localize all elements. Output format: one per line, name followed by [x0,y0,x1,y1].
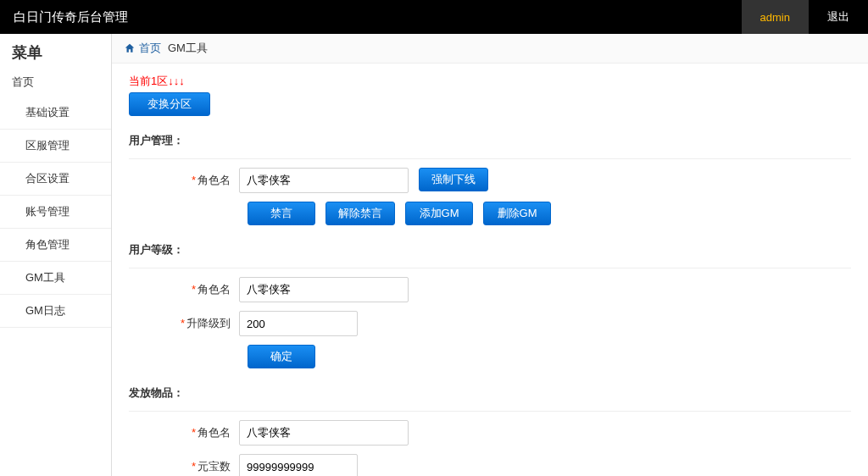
section-user-manage: 用户管理： *角色名 强制下线 禁言 解除禁言 添加GM 删除GM [129,133,851,225]
section-user-level-legend: 用户等级： [129,242,851,257]
ban-button[interactable]: 禁言 [248,202,315,225]
zone-notice: 当前1区↓↓↓ [129,74,851,89]
sidebar: 菜单 首页 基础设置 区服管理 合区设置 账号管理 角色管理 GM工具 GM日志 [0,34,112,476]
sidebar-item-account-manage[interactable]: 账号管理 [0,196,111,229]
admin-link[interactable]: admin [742,0,809,34]
ul-level-label: 升降级到 [186,317,231,329]
logout-link[interactable]: 退出 [809,0,868,34]
section-user-level: 用户等级： *角色名 *升降级到 确定 [129,242,851,368]
ul-role-input[interactable] [239,277,409,302]
breadcrumb-home-label: 首页 [139,41,161,56]
section-user-manage-legend: 用户管理： [129,133,851,148]
sidebar-item-gm-tools[interactable]: GM工具 [0,262,111,295]
home-icon [124,42,136,54]
si-yuanbao-input[interactable] [239,454,358,476]
unban-button[interactable]: 解除禁言 [326,202,395,225]
app-title: 白日门传奇后台管理 [14,9,742,25]
sidebar-title: 菜单 [0,34,111,68]
divider [129,268,851,268]
si-role-input[interactable] [239,420,409,446]
add-gm-button[interactable]: 添加GM [405,202,473,225]
ul-level-input[interactable] [239,311,358,336]
confirm-level-button[interactable]: 确定 [248,345,315,368]
um-role-input[interactable] [239,168,409,193]
sidebar-item-gm-logs[interactable]: GM日志 [0,295,111,328]
section-send-item-legend: 发放物品： [129,385,851,401]
sidebar-item-zone-manage[interactable]: 区服管理 [0,130,111,163]
um-role-label: 角色名 [198,174,231,186]
breadcrumb-current: GM工具 [168,41,208,56]
sidebar-root-home[interactable]: 首页 [0,68,111,97]
remove-gm-button[interactable]: 删除GM [483,202,551,225]
divider [129,411,851,412]
breadcrumb-home-link[interactable]: 首页 [124,41,161,56]
divider [129,158,851,159]
sidebar-item-role-manage[interactable]: 角色管理 [0,229,111,262]
section-send-item: 发放物品： *角色名 *元宝数 *物品搜索 搜索 [129,385,851,476]
breadcrumb: 首页 GM工具 [112,34,868,64]
si-role-label: 角色名 [198,426,231,439]
si-yuanbao-label: 元宝数 [198,460,231,473]
sidebar-item-merge-settings[interactable]: 合区设置 [0,163,111,196]
ul-role-label: 角色名 [198,283,231,296]
topbar: 白日门传奇后台管理 admin 退出 [0,0,868,34]
switch-zone-button[interactable]: 变换分区 [129,92,210,116]
sidebar-item-basic-settings[interactable]: 基础设置 [0,97,111,130]
force-offline-button[interactable]: 强制下线 [419,168,488,191]
